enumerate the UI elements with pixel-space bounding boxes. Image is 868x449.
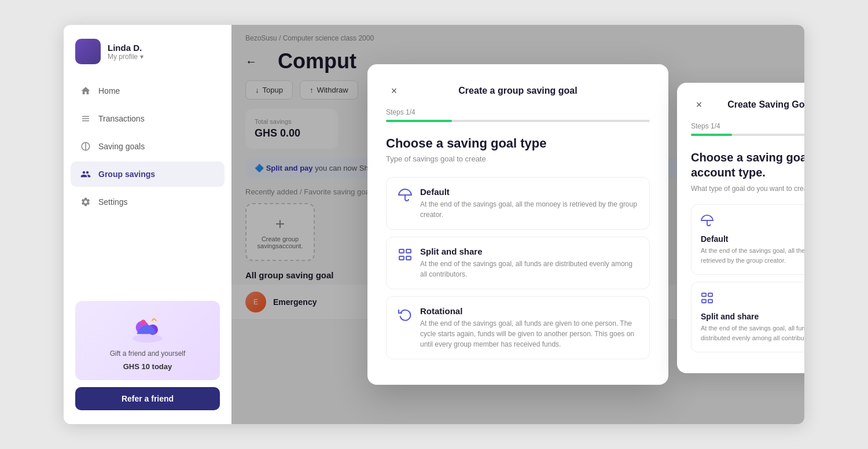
home-icon (80, 85, 91, 97)
panel-title: Create Saving Goals (727, 100, 804, 110)
option-default[interactable]: Default At the end of the savings goal, … (386, 177, 650, 230)
option-split-share[interactable]: Split and share At the end of the saving… (386, 237, 650, 289)
user-profile: Linda D. My profile ▾ (64, 39, 231, 78)
svg-rect-11 (708, 300, 712, 303)
option-desc: At the end of the savings goal, all the … (420, 199, 638, 220)
gift-text: Gift a friend and yourself (84, 349, 211, 358)
sidebar-item-group-savings[interactable]: Group savings (71, 161, 225, 187)
panel-option-split[interactable]: Split and share At the end of the saving… (691, 282, 804, 352)
gift-amount: GHS 10 today (84, 362, 211, 371)
svg-rect-9 (708, 293, 712, 297)
sidebar-item-settings[interactable]: Settings (71, 189, 225, 215)
option-name: Split and share (420, 246, 638, 256)
avatar (75, 39, 101, 64)
modal-close-button[interactable]: × (386, 83, 402, 99)
panel-header: × Create Saving Goals (691, 97, 804, 113)
panel-progress-track (691, 134, 804, 136)
panel-subheading: What type of goal do you want to create? (691, 185, 804, 193)
umbrella-icon (398, 188, 412, 205)
sidebar-item-transactions[interactable]: Transactions (71, 106, 225, 131)
option-desc: At the end of the savings goal, all fund… (420, 259, 638, 279)
group-icon (80, 168, 91, 180)
svg-rect-4 (399, 249, 404, 253)
sidebar-item-label: Group savings (98, 170, 155, 179)
modal-overlay: × Create a group saving goal Steps 1/4 C… (231, 25, 804, 424)
svg-rect-6 (399, 256, 404, 260)
sidebar-bottom: Gift a friend and yourself GHS 10 today … (64, 301, 231, 410)
steps-label: Steps 1/4 (386, 108, 650, 116)
panel-progress-fill (691, 134, 732, 136)
sidebar-item-label: Transactions (98, 114, 145, 123)
panel-split-icon (701, 292, 804, 307)
sidebar-item-home[interactable]: Home (71, 78, 225, 104)
sidebar-item-label: Home (98, 86, 120, 95)
panel-option-name: Split and share (701, 312, 804, 321)
user-name: Linda D. (108, 43, 144, 53)
nav-items: Home Transactions Saving goals Group sav… (64, 78, 231, 215)
panel-option-default[interactable]: Default At the end of the savings goal, … (691, 204, 804, 275)
refer-friend-button[interactable]: Refer a friend (75, 387, 220, 410)
panel-heading: Choose a saving goal account type. (691, 150, 804, 180)
sidebar-item-saving-goals[interactable]: Saving goals (71, 134, 225, 159)
settings-icon (80, 196, 91, 208)
saving-icon (80, 141, 91, 152)
svg-rect-7 (406, 256, 411, 260)
progress-bar-fill (386, 120, 452, 122)
panel-steps-label: Steps 1/4 (691, 122, 804, 130)
panel-umbrella-icon (701, 214, 804, 230)
panel-close-button[interactable]: × (691, 97, 707, 113)
modal-heading: Choose a saving goal type (386, 136, 650, 151)
sidebar-item-label: Saving goals (98, 142, 145, 151)
svg-rect-10 (702, 300, 706, 303)
sidebar: Linda D. My profile ▾ Home Transactions (64, 25, 231, 424)
chevron-down-icon: ▾ (140, 53, 144, 61)
create-goal-modal: × Create a group saving goal Steps 1/4 C… (367, 64, 668, 385)
profile-link[interactable]: My profile ▾ (108, 53, 144, 61)
modal-subheading: Type of savings goal to create (386, 154, 650, 163)
option-desc: At the end of the savings goal, all fund… (420, 318, 638, 349)
option-rotational[interactable]: Rotational At the end of the savings goa… (386, 296, 650, 359)
gift-illustration: Gift a friend and yourself GHS 10 today (75, 301, 220, 380)
user-info: Linda D. My profile ▾ (108, 43, 144, 61)
transactions-icon (80, 113, 91, 124)
svg-rect-8 (702, 293, 706, 297)
option-name: Default (420, 187, 638, 197)
svg-rect-5 (406, 249, 411, 253)
rotate-icon (398, 307, 412, 325)
split-icon (398, 248, 412, 265)
second-panel: × Create Saving Goals Steps 1/4 Choose a… (677, 83, 804, 373)
modal-header: × Create a group saving goal (386, 83, 650, 99)
main-content: BezoSusu / Computer science class 2000 ←… (231, 25, 804, 424)
panel-option-desc: At the end of the savings goal, all fund… (701, 323, 804, 343)
option-name: Rotational (420, 306, 638, 316)
progress-bar-track (386, 120, 650, 122)
sidebar-item-label: Settings (98, 197, 128, 207)
svg-point-0 (133, 334, 163, 343)
panel-option-desc: At the end of the savings goal, all the … (701, 246, 804, 265)
modal-title: Create a group saving goal (458, 86, 577, 96)
panel-option-name: Default (701, 234, 804, 244)
svg-point-3 (141, 320, 146, 325)
